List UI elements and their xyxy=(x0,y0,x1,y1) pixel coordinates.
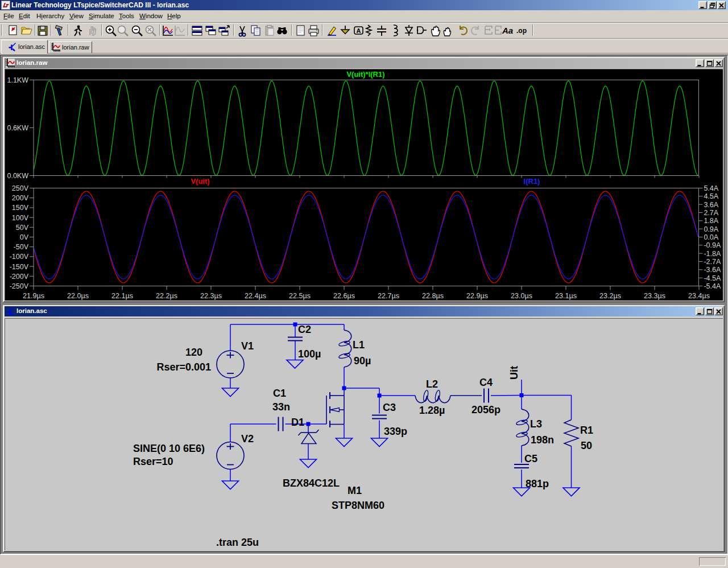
svg-text:BZX84C12L: BZX84C12L xyxy=(283,478,340,489)
svg-text:0V: 0V xyxy=(20,233,29,241)
svg-text:1.8A: 1.8A xyxy=(704,217,718,225)
svg-text:5.4A: 5.4A xyxy=(704,184,718,192)
svg-text:.tran 25u: .tran 25u xyxy=(216,537,259,548)
svg-text:C1: C1 xyxy=(273,388,286,399)
svg-text:2056p: 2056p xyxy=(471,404,500,415)
svg-text:200V: 200V xyxy=(12,194,29,202)
svg-text:50: 50 xyxy=(581,440,592,451)
svg-text:150V: 150V xyxy=(12,204,29,212)
svg-text:23.0µs: 23.0µs xyxy=(511,292,532,300)
svg-text:90µ: 90µ xyxy=(354,355,371,367)
svg-text:0.0A: 0.0A xyxy=(704,233,718,241)
svg-text:V(uit): V(uit) xyxy=(191,177,209,186)
svg-text:V1: V1 xyxy=(241,340,254,352)
svg-text:-2.7A: -2.7A xyxy=(704,258,721,266)
svg-text:-100V: -100V xyxy=(10,253,29,261)
svg-text:C5: C5 xyxy=(524,453,537,464)
svg-text:4.5A: 4.5A xyxy=(704,192,718,200)
svg-text:881p: 881p xyxy=(526,478,549,489)
svg-text:198n: 198n xyxy=(531,434,554,446)
svg-text:22.7µs: 22.7µs xyxy=(378,292,399,300)
svg-text:I(R1): I(R1) xyxy=(524,177,540,186)
svg-text:50V: 50V xyxy=(16,224,29,232)
svg-text:Aa: Aa xyxy=(502,26,513,35)
svg-text:-250V: -250V xyxy=(10,282,29,290)
svg-text:22.1µs: 22.1µs xyxy=(111,292,133,300)
svg-text:22.4µs: 22.4µs xyxy=(245,292,266,300)
svg-text:Rser=0.001: Rser=0.001 xyxy=(156,361,211,373)
svg-text:22.0µs: 22.0µs xyxy=(67,292,89,300)
svg-text:3.6A: 3.6A xyxy=(704,201,718,209)
svg-text:Rser=10: Rser=10 xyxy=(133,456,173,467)
svg-text:22.8µs: 22.8µs xyxy=(422,292,444,300)
svg-text:M1: M1 xyxy=(348,485,362,496)
svg-text:V(uit)*I(R1): V(uit)*I(R1) xyxy=(346,70,384,79)
svg-text:21.9µs: 21.9µs xyxy=(23,292,44,300)
svg-text:A: A xyxy=(357,27,361,34)
svg-text:1.1KW: 1.1KW xyxy=(7,76,28,84)
svg-text:.op: .op xyxy=(516,27,527,35)
svg-text:C2: C2 xyxy=(298,324,311,335)
svg-text:L2: L2 xyxy=(426,378,438,390)
svg-text:-150V: -150V xyxy=(10,263,29,271)
svg-text:23.3µs: 23.3µs xyxy=(644,292,665,300)
svg-text:22.9µs: 22.9µs xyxy=(466,292,488,300)
svg-text:L3: L3 xyxy=(530,418,542,430)
svg-text:339p: 339p xyxy=(384,426,407,437)
svg-text:2.7A: 2.7A xyxy=(704,209,718,217)
svg-text:STP8NM60: STP8NM60 xyxy=(332,500,384,511)
svg-text:23.2µs: 23.2µs xyxy=(599,292,621,300)
svg-text:C3: C3 xyxy=(383,402,396,413)
svg-text:22.3µs: 22.3µs xyxy=(200,292,222,300)
svg-text:23.4µs: 23.4µs xyxy=(688,292,710,300)
svg-text:100µ: 100µ xyxy=(298,348,321,360)
svg-text:0.0KW: 0.0KW xyxy=(7,172,28,180)
svg-text:C4: C4 xyxy=(479,377,493,388)
svg-text:L1: L1 xyxy=(353,339,365,351)
svg-text:-5.4A: -5.4A xyxy=(704,282,721,290)
svg-text:SINE(0 10 6E6): SINE(0 10 6E6) xyxy=(133,443,205,454)
svg-text:-50V: -50V xyxy=(14,243,29,251)
svg-text:0.9A: 0.9A xyxy=(704,225,718,233)
svg-text:-0.9A: -0.9A xyxy=(704,241,721,249)
svg-text:120: 120 xyxy=(185,347,202,358)
svg-text:D1: D1 xyxy=(291,417,304,428)
svg-text:0.6KW: 0.6KW xyxy=(7,124,28,132)
svg-text:100V: 100V xyxy=(12,214,29,222)
svg-text:Uit: Uit xyxy=(508,366,520,380)
svg-text:22.6µs: 22.6µs xyxy=(333,292,355,300)
svg-text:22.2µs: 22.2µs xyxy=(156,292,177,300)
svg-text:250V: 250V xyxy=(12,184,29,192)
svg-text:-4.5A: -4.5A xyxy=(704,274,721,282)
svg-text:22.5µs: 22.5µs xyxy=(289,292,311,300)
svg-text:1.28µ: 1.28µ xyxy=(419,405,445,416)
svg-text:R1: R1 xyxy=(580,425,593,436)
svg-text:-1.8A: -1.8A xyxy=(704,250,721,258)
svg-text:V2: V2 xyxy=(241,433,254,444)
svg-text:-200V: -200V xyxy=(10,273,29,281)
svg-text:-3.6A: -3.6A xyxy=(704,266,721,274)
svg-text:33n: 33n xyxy=(272,401,290,413)
svg-text:23.1µs: 23.1µs xyxy=(555,292,577,300)
